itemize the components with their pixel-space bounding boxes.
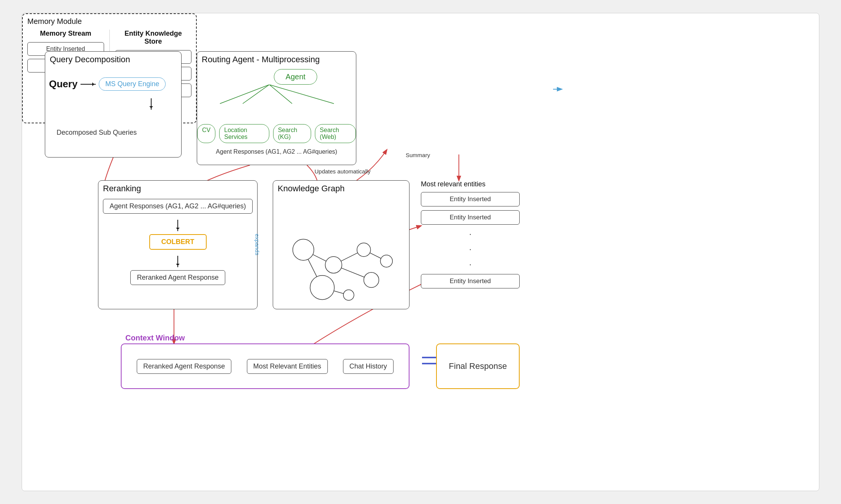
summary-label: Summary	[406, 152, 430, 158]
entity-item-3: Entity Inserted	[421, 274, 520, 288]
query-arrow	[81, 84, 96, 85]
knowledge-graph-svg	[273, 195, 409, 323]
svg-point-17	[380, 255, 392, 267]
svg-line-5	[269, 85, 334, 104]
agent-tree-svg	[197, 85, 356, 107]
routing-agent-box: Routing Agent - Multiprocessing Agent CV…	[197, 51, 356, 165]
knowledge-graph-box: Knowledge Graph expands	[273, 180, 409, 309]
entity-item-2: Entity Inserted	[421, 210, 520, 225]
agent-oval: Agent	[274, 69, 317, 85]
svg-point-16	[364, 272, 379, 288]
tool-search-web: Search (Web)	[315, 124, 356, 143]
context-window-box: Context Window Reranked Agent Response M…	[121, 343, 409, 389]
memory-stream-title: Memory Stream	[27, 30, 104, 39]
svg-point-18	[343, 290, 354, 301]
svg-point-15	[310, 276, 334, 300]
most-relevant-title: Most relevant entities	[421, 180, 520, 188]
updates-automatically-label: Updates automatically	[315, 168, 371, 175]
tool-location: Location Services	[219, 124, 269, 143]
context-item-most-relevant: Most Relevant Entities	[247, 359, 328, 374]
entity-knowledge-title: Entity Knowledge Store	[115, 30, 192, 47]
query-label: Query	[49, 78, 77, 90]
entity-item-1: Entity Inserted	[421, 192, 520, 206]
memory-module-title: Memory Module	[23, 14, 196, 27]
reranking-title: Reranking	[98, 181, 257, 195]
dots-1: ·	[421, 228, 520, 240]
agent-responses-label: Agent Responses (AG1, AG2 ... AG#queries…	[197, 148, 356, 155]
context-item-chat-history: Chat History	[343, 359, 394, 374]
dots-2: ·	[421, 244, 520, 255]
query-decomp-box: Query Decomposition Query MS Query Engin…	[45, 51, 182, 158]
tool-cv: CV	[197, 124, 215, 143]
final-response-label: Final Response	[449, 361, 507, 371]
most-relevant-section: Most relevant entities Entity Inserted E…	[421, 180, 520, 288]
reranked-agent-response: Reranked Agent Response	[130, 270, 225, 285]
expands-label-kg: expands	[254, 234, 261, 255]
reranking-arrow2	[177, 256, 178, 267]
decomposed-sub-queries: Decomposed Sub Queries	[57, 129, 181, 137]
ms-query-engine: MS Query Engine	[99, 77, 166, 91]
context-item-reranked: Reranked Agent Response	[137, 359, 231, 374]
colbert-item: COLBERT	[149, 234, 207, 250]
svg-line-2	[220, 85, 269, 104]
tool-search-kg: Search (KG)	[273, 124, 311, 143]
reranking-arrow1	[177, 220, 178, 231]
dots-3: ·	[421, 259, 520, 270]
svg-point-12	[293, 239, 314, 260]
final-response-box: Final Response	[436, 343, 520, 389]
canvas: Query Decomposition Query MS Query Engin…	[22, 13, 819, 491]
routing-agent-title: Routing Agent - Multiprocessing	[197, 52, 356, 66]
svg-line-4	[269, 85, 292, 104]
context-window-label: Context Window	[125, 334, 185, 342]
svg-point-14	[357, 243, 371, 257]
knowledge-graph-title: Knowledge Graph	[273, 181, 409, 195]
reranking-agent-responses: Agent Responses (AG1, AG2 ... AG#queries…	[103, 199, 252, 214]
reranking-box: Reranking Agent Responses (AG1, AG2 ... …	[98, 180, 258, 309]
ms-down-arrow	[151, 98, 152, 110]
svg-point-13	[325, 257, 342, 273]
svg-line-3	[243, 85, 269, 104]
query-decomp-title: Query Decomposition	[45, 52, 181, 66]
